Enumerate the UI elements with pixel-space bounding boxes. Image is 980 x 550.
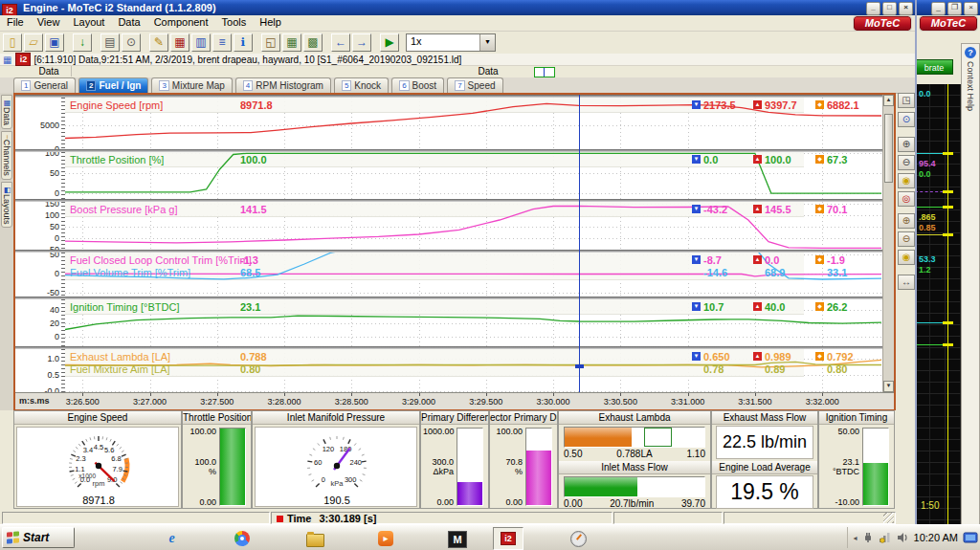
save-button[interactable]: ▣ bbox=[45, 33, 64, 52]
scroll-up-icon[interactable]: ▲ bbox=[883, 95, 894, 106]
channel-name[interactable]: Engine Speed [rpm] bbox=[70, 99, 163, 111]
info-button[interactable]: ℹ bbox=[234, 33, 253, 52]
zoom-marker-button[interactable]: ◎ bbox=[898, 191, 915, 207]
motec-m-icon[interactable]: M bbox=[448, 531, 467, 548]
sidebar-tab-channels[interactable]: ~Channels bbox=[1, 131, 12, 180]
bar-gauge-label: 70.8 % bbox=[492, 457, 523, 476]
tab-knock[interactable]: 5Knock bbox=[334, 77, 389, 93]
channel-name[interactable]: Throttle Position [%] bbox=[70, 154, 164, 165]
restore-icon[interactable]: ❐ bbox=[947, 2, 962, 15]
display-monitor-icon[interactable] bbox=[963, 532, 978, 544]
zoom-out-button[interactable]: ⊖ bbox=[898, 155, 915, 170]
channel-list-button[interactable]: ≡ bbox=[212, 33, 232, 52]
minimize-icon[interactable]: _ bbox=[866, 2, 880, 15]
menu-item-view[interactable]: View bbox=[31, 15, 67, 31]
title-bar[interactable]: i2 Engine - MoTeC i2 Standard (1.1.2.809… bbox=[0, 0, 915, 15]
scroll-down-icon[interactable]: ▼ bbox=[883, 381, 894, 392]
minimize-icon[interactable]: _ bbox=[931, 2, 946, 15]
media-player-icon[interactable]: ▸ bbox=[378, 531, 393, 546]
nav-forward-button[interactable]: → bbox=[352, 33, 371, 52]
tab-fuel-ign[interactable]: 2Fuel / Ign bbox=[78, 77, 148, 93]
sidebar-tab-layouts[interactable]: ◧Layouts bbox=[1, 182, 12, 229]
zoom-out-icon: ⊖ bbox=[902, 157, 910, 167]
sidebar-tab-data[interactable]: ▦Data bbox=[1, 95, 12, 129]
menu-bar: FileViewLayoutDataComponentToolsHelp bbox=[0, 15, 915, 32]
status-time-value: 3:30.189 [s] bbox=[319, 513, 376, 524]
time-zoom-in-button[interactable]: ⊕ bbox=[898, 213, 915, 229]
workbook-label[interactable]: Data bbox=[27, 66, 72, 77]
menu-item-component[interactable]: Component bbox=[147, 15, 215, 31]
tab-general[interactable]: 1General bbox=[13, 77, 76, 93]
channel-name[interactable]: Boost Pressure [kPa g] bbox=[70, 204, 178, 215]
folder-icon[interactable] bbox=[306, 534, 324, 547]
nav-back-button[interactable]: ← bbox=[331, 33, 350, 52]
grid-window-button[interactable]: ▦ bbox=[282, 33, 301, 52]
dashboard-icon[interactable] bbox=[570, 531, 587, 547]
min-marker-icon: ▼ bbox=[692, 205, 701, 213]
maximize-icon[interactable]: □ bbox=[882, 2, 897, 15]
gauge-title: Exhaust Lambda bbox=[559, 411, 710, 425]
channel-name[interactable]: Fuel Closed Loop Control Trim [%Trim] bbox=[70, 254, 252, 266]
taskbar-button-i2[interactable]: i2 bbox=[493, 527, 523, 550]
get-data-button[interactable]: ↓ bbox=[73, 33, 92, 52]
close-icon[interactable]: × bbox=[964, 2, 978, 15]
time-range-minimap[interactable] bbox=[534, 67, 555, 77]
network-signal-icon[interactable] bbox=[879, 532, 892, 543]
context-help-label: Context Help bbox=[966, 61, 975, 111]
values-table-icon: ▥ bbox=[195, 35, 206, 49]
channel-name[interactable]: Fuel Volume Trim [%Trim] bbox=[70, 267, 190, 278]
side-tab-strip: ▦Data~Channels◧Layouts bbox=[0, 93, 13, 410]
playback-speed-select[interactable]: 1x▼ bbox=[406, 33, 496, 52]
tab-label: General bbox=[33, 80, 68, 91]
time-cursor[interactable] bbox=[579, 95, 580, 392]
bar-gauge-label: 0.00 bbox=[185, 497, 216, 507]
tab-mixture-map[interactable]: 3Mixture Map bbox=[151, 77, 232, 93]
taskbar-clock[interactable]: 10:20 AM bbox=[914, 532, 958, 543]
cursor-tick bbox=[943, 190, 953, 193]
menu-item-help[interactable]: Help bbox=[253, 15, 288, 31]
zoom-home-button[interactable]: ◉ bbox=[898, 173, 915, 188]
menu-item-layout[interactable]: Layout bbox=[66, 15, 111, 31]
tab-rpm-histogram[interactable]: 4RPM Histogram bbox=[235, 77, 331, 93]
channel-name[interactable]: Fuel Mixture Aim [LA] bbox=[70, 363, 170, 375]
new-worksheet-button[interactable]: ▯ bbox=[3, 33, 22, 52]
print-preview-button[interactable]: ⊙ bbox=[122, 33, 141, 52]
tab-speed[interactable]: 7Speed bbox=[447, 77, 502, 93]
data-icon: ▦ bbox=[3, 99, 11, 107]
menu-item-data[interactable]: Data bbox=[111, 15, 146, 31]
overlap-windows-button[interactable]: ◳ bbox=[898, 93, 915, 108]
open-button[interactable]: ▱ bbox=[24, 33, 43, 52]
resize-grip[interactable] bbox=[883, 513, 894, 523]
close-icon[interactable]: × bbox=[899, 2, 913, 15]
volume-icon[interactable] bbox=[897, 532, 909, 543]
menu-item-tools[interactable]: Tools bbox=[215, 15, 254, 31]
zoom-in-button[interactable]: ⊕ bbox=[898, 137, 915, 152]
add-window-button[interactable]: ◱ bbox=[261, 33, 280, 52]
menu-item-file[interactable]: File bbox=[0, 15, 31, 31]
edit-button[interactable]: ✎ bbox=[149, 33, 168, 52]
tray-expand-icon[interactable]: ◂ bbox=[854, 534, 858, 542]
cursor-handle[interactable] bbox=[575, 364, 584, 368]
zoom-window-button[interactable]: ⊙ bbox=[898, 112, 915, 127]
time-axis: m:s.ms 3:26.5003:27.0003:27.5003:28.0003… bbox=[15, 392, 894, 409]
internet-explorer-icon[interactable]: e bbox=[163, 529, 181, 547]
power-plug-icon[interactable] bbox=[862, 532, 874, 543]
calibrate-button[interactable]: brate bbox=[915, 59, 953, 75]
time-zoom-home-button[interactable]: ◉ bbox=[898, 250, 915, 265]
channel-name[interactable]: Ignition Timing [°BTDC] bbox=[70, 301, 179, 313]
context-help-tab[interactable]: ? Context Help bbox=[961, 43, 980, 526]
play-button[interactable]: ▶ bbox=[380, 33, 399, 52]
video-window-button[interactable]: ▩ bbox=[303, 33, 323, 52]
vertical-scrollbar[interactable]: ▲ ▼ bbox=[882, 95, 894, 392]
start-button[interactable]: Start bbox=[2, 527, 75, 548]
tab-boost[interactable]: 6Boost bbox=[391, 77, 444, 93]
chrome-icon[interactable] bbox=[234, 531, 250, 546]
scrollbar-thumb[interactable] bbox=[884, 114, 893, 183]
time-zoom-out-button[interactable]: ⊖ bbox=[898, 231, 915, 247]
fit-width-button[interactable]: ↔ bbox=[898, 275, 915, 290]
print-button[interactable]: ▤ bbox=[100, 33, 120, 52]
chevron-down-icon[interactable]: ▼ bbox=[479, 34, 495, 51]
values-table-button[interactable]: ▥ bbox=[191, 33, 211, 52]
data-display-button[interactable]: ▦ bbox=[170, 33, 189, 52]
channel-name[interactable]: Exhaust Lambda [LA] bbox=[70, 351, 170, 363]
